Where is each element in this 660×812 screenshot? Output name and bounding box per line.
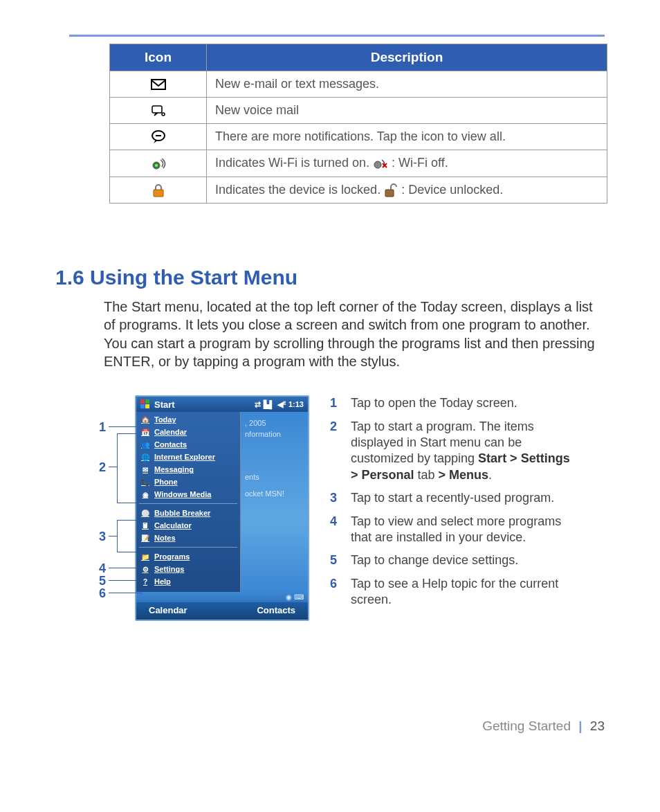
table-cell-desc: New e-mail or text messages. xyxy=(207,71,607,98)
svg-rect-13 xyxy=(145,399,149,404)
softkey-right[interactable]: Contacts xyxy=(257,605,295,615)
legend-item: 6 Tap to see a Help topic for the curren… xyxy=(330,576,579,608)
windows-flag-icon xyxy=(140,399,150,409)
menu-item-calendar[interactable]: 📅Calendar xyxy=(136,426,240,438)
menu-item-wmedia[interactable]: ◉Windows Media xyxy=(136,488,240,500)
today-screen-background: , 2005 nformation ents ocket MSN! xyxy=(241,412,308,592)
callout-number: 1 xyxy=(93,420,106,435)
table-row: Indicates Wi-Fi is turned on. : Wi-Fi of… xyxy=(110,150,607,177)
menu-item-messaging[interactable]: ✉Messaging xyxy=(136,463,240,476)
table-cell-desc: Indicates the device is locked. : Device… xyxy=(207,177,607,203)
legend-list: 1 Tap to open the Today screen. 2 Tap to… xyxy=(330,395,579,631)
callout-number: 3 xyxy=(93,530,106,544)
more-notifications-icon xyxy=(151,130,166,144)
svg-point-7 xyxy=(374,161,381,168)
calendar-icon: 📅 xyxy=(140,427,150,437)
device-screenshot: Start ⇄ ▙▌ ◀ᴱ 1:13 🏠Today 📅Calendar 👥Con… xyxy=(135,395,309,621)
legend-item: 2 Tap to start a program. The items disp… xyxy=(330,419,579,484)
speaker-icon: ◀ᴱ xyxy=(277,400,286,409)
svg-rect-10 xyxy=(154,190,163,197)
mail-icon xyxy=(151,79,166,90)
top-rule xyxy=(69,35,605,37)
svg-rect-14 xyxy=(140,404,145,408)
start-label: Start xyxy=(154,399,175,410)
calc-icon: 🖩 xyxy=(140,521,150,530)
svg-rect-0 xyxy=(152,80,165,89)
legend-item: 3 Tap to start a recently-used program. xyxy=(330,490,579,506)
footer-section: Getting Started xyxy=(482,719,571,733)
section-paragraph: The Start menu, located at the top left … xyxy=(104,298,602,371)
unlock-icon xyxy=(384,183,398,197)
wifi-off-icon xyxy=(373,158,388,170)
device-tray: ◉ ⌨ xyxy=(136,592,308,602)
svg-rect-12 xyxy=(140,399,145,404)
menu-item-today[interactable]: 🏠Today xyxy=(136,413,240,426)
phone-icon: 📞 xyxy=(140,477,150,487)
table-cell-desc: There are more notifications. Tap the ic… xyxy=(207,124,607,150)
table-row: Indicates the device is locked. : Device… xyxy=(110,177,607,203)
table-row: New voice mail xyxy=(110,98,607,124)
menu-item-calculator[interactable]: 🖩Calculator xyxy=(136,519,240,532)
tray-icon: ◉ xyxy=(286,593,292,601)
menu-item-settings[interactable]: ⚙Settings xyxy=(136,563,240,575)
svg-rect-4 xyxy=(156,135,161,136)
table-cell-desc: Indicates Wi-Fi is turned on. : Wi-Fi of… xyxy=(207,150,607,177)
signal-icon: ▙▌ xyxy=(264,400,275,409)
tray-icon: ⌨ xyxy=(294,593,304,601)
svg-point-2 xyxy=(162,113,165,116)
messaging-icon: ✉ xyxy=(140,464,150,474)
icon-description-table: Icon Description New e-mail or text mess… xyxy=(109,44,607,204)
svg-point-6 xyxy=(155,164,158,167)
home-icon: 🏠 xyxy=(140,415,150,424)
menu-item-programs[interactable]: 📁Programs xyxy=(136,550,240,563)
clock-time: 1:13 xyxy=(288,400,304,408)
callout-number: 2 xyxy=(93,460,106,475)
table-row: There are more notifications. Tap the ic… xyxy=(110,124,607,150)
menu-item-bubble[interactable]: ⚪Bubble Breaker xyxy=(136,507,240,519)
annotated-screenshot: 1 2 3 4 5 6 xyxy=(93,395,309,631)
svg-rect-11 xyxy=(385,190,394,197)
page-footer: Getting Started | 23 xyxy=(482,719,605,734)
menu-item-ie[interactable]: 🌐Internet Explorer xyxy=(136,451,240,463)
programs-icon: 📁 xyxy=(140,552,150,561)
section-heading: 1.6 Using the Start Menu xyxy=(55,266,605,289)
menu-item-notes[interactable]: 📝Notes xyxy=(136,532,240,544)
footer-separator: | xyxy=(578,719,582,733)
sync-icon: ⇄ xyxy=(255,400,261,409)
table-cell-desc: New voice mail xyxy=(207,98,607,124)
ie-icon: 🌐 xyxy=(140,452,150,462)
footer-page-number: 23 xyxy=(590,719,605,733)
start-menu: 🏠Today 📅Calendar 👥Contacts 🌐Internet Exp… xyxy=(136,412,241,592)
notes-icon: 📝 xyxy=(140,533,150,543)
help-icon: ? xyxy=(140,577,150,586)
voicemail-icon xyxy=(151,105,166,117)
menu-item-help[interactable]: ?Help xyxy=(136,575,240,588)
legend-item: 1 Tap to open the Today screen. xyxy=(330,395,579,411)
wifi-on-icon xyxy=(151,157,166,171)
menu-item-phone[interactable]: 📞Phone xyxy=(136,476,240,488)
legend-item: 5 Tap to change device settings. xyxy=(330,552,579,568)
device-topbar: Start ⇄ ▙▌ ◀ᴱ 1:13 xyxy=(136,397,308,412)
legend-item: 4 Tap to view and select more programs t… xyxy=(330,514,579,546)
menu-item-contacts[interactable]: 👥Contacts xyxy=(136,438,240,451)
table-header-description: Description xyxy=(207,44,607,71)
softkey-left[interactable]: Calendar xyxy=(149,605,187,615)
settings-icon: ⚙ xyxy=(140,564,150,574)
svg-rect-1 xyxy=(152,106,162,113)
bubble-icon: ⚪ xyxy=(140,508,150,518)
svg-rect-15 xyxy=(145,404,149,408)
lock-icon xyxy=(152,183,165,197)
callout-number: 6 xyxy=(93,586,106,601)
wmp-icon: ◉ xyxy=(140,489,150,499)
contacts-icon: 👥 xyxy=(140,440,150,449)
table-header-icon: Icon xyxy=(110,44,207,71)
table-row: New e-mail or text messages. xyxy=(110,71,607,98)
